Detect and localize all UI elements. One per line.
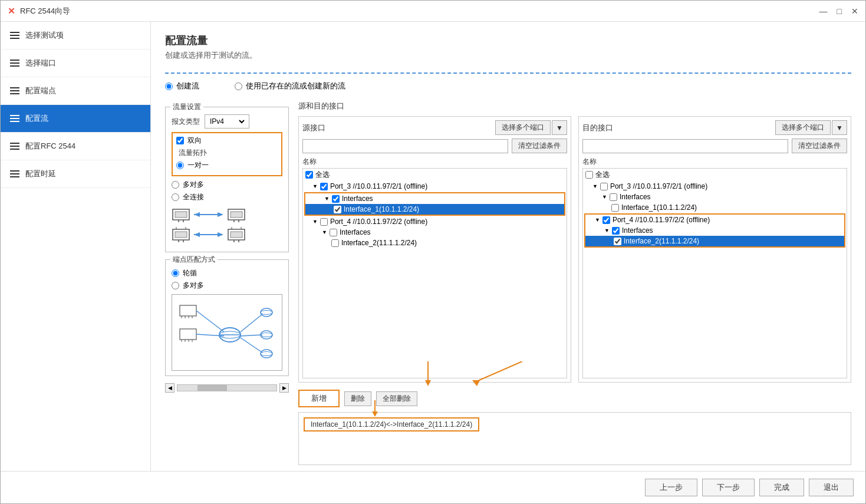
radio-round-robin[interactable]: 轮循 [172, 268, 282, 278]
radio-round-robin-input[interactable] [172, 269, 179, 277]
mode-radio-row: 创建流 使用已存在的流或创建新的流 [165, 81, 851, 91]
close-button[interactable]: ✕ [851, 6, 858, 16]
source-select-multi-btn[interactable]: 选择多个端口 [495, 120, 551, 135]
radio-use-existing[interactable]: 使用已存在的流或创建新的流 [235, 81, 345, 91]
dest-interfaces2-triangle: ▼ [604, 228, 610, 233]
delete-btn[interactable]: 删除 [344, 391, 371, 406]
source-port4-label: Port_4 //10.0.11.97/2/2 (offline) [330, 218, 427, 226]
source-port4-checkbox[interactable] [320, 218, 328, 226]
dest-filter-input[interactable] [582, 139, 788, 153]
radio-many-to-many-topology[interactable]: 多对多 [172, 180, 282, 190]
source-interfaces2[interactable]: ▼ Interfaces [303, 227, 567, 238]
source-interfaces2-checkbox[interactable] [330, 229, 337, 236]
radio-create-flow-input[interactable] [165, 83, 173, 90]
window-title: RFC 2544向导 [20, 6, 70, 17]
dest-interfaces1-checkbox[interactable] [610, 193, 617, 201]
dest-clear-filter-btn[interactable]: 清空过滤条件 [792, 139, 847, 153]
next-btn[interactable]: 下一步 [702, 479, 755, 496]
dest-interfaces1-triangle: ▼ [602, 194, 607, 200]
device-icon-4 [227, 227, 246, 242]
radio-create-flow[interactable]: 创建流 [165, 81, 199, 91]
svg-rect-21 [231, 232, 242, 238]
dest-select-multi-dropdown[interactable]: ▼ [832, 120, 847, 135]
dest-interfaces2-label: Interfaces [622, 226, 653, 235]
source-interfaces-checkbox[interactable] [332, 195, 340, 203]
radio-one-to-one-input[interactable] [176, 162, 184, 169]
source-tree-area[interactable]: 全选 ▼ Port_3 //10.0.11.97/2/1 (offline) [302, 168, 567, 378]
source-filter-input[interactable] [302, 139, 508, 153]
source-interface2-checkbox[interactable] [331, 239, 339, 247]
sidebar-label-5: 配置RFC 2544 [25, 141, 75, 151]
source-select-all-checkbox[interactable] [305, 171, 313, 179]
svg-line-41 [241, 314, 262, 332]
diagram-area [172, 207, 282, 247]
radio-full-mesh-input[interactable] [172, 193, 179, 201]
dest-select-multi-btn[interactable]: 选择多个端口 [775, 120, 831, 135]
dest-port4[interactable]: ▼ Port_4 //10.0.11.97/2/2 (offline) [585, 215, 844, 225]
dest-interface2[interactable]: Interface_2(11.1.1.2/24) [585, 236, 844, 246]
dest-interfaces1-label: Interfaces [620, 193, 651, 201]
source-port3-checkbox[interactable] [320, 183, 328, 190]
source-btn-group: 选择多个端口 ▼ [495, 120, 567, 135]
exit-btn[interactable]: 退出 [809, 479, 854, 496]
dest-tree-area[interactable]: 全选 ▼ Port_3 //10.0.11.97/2/1 (offline) ▼ [582, 168, 847, 378]
dest-port4-checkbox[interactable] [602, 216, 610, 224]
radio-one-to-one[interactable]: 一对一 [176, 160, 278, 170]
dest-select-all-checkbox[interactable] [585, 171, 593, 179]
add-btn[interactable]: 新增 [298, 390, 340, 407]
radio-many-to-many2-input[interactable] [172, 282, 179, 289]
radio-full-mesh[interactable]: 全连接 [172, 192, 282, 202]
radio-use-existing-input[interactable] [235, 83, 242, 90]
dest-panel: 目的接口 选择多个端口 ▼ 清空过滤条件 名称 [578, 116, 851, 383]
scroll-track[interactable] [177, 384, 277, 391]
source-clear-filter-btn[interactable]: 清空过滤条件 [512, 139, 567, 153]
packet-type-select-wrapper[interactable]: IPv4 IPv6 Ethernet [205, 114, 249, 129]
source-select-multi-dropdown[interactable]: ▼ [552, 120, 567, 135]
source-interfaces[interactable]: ▼ Interfaces [305, 193, 564, 204]
minimize-button[interactable]: — [819, 6, 828, 16]
source-interfaces-label: Interfaces [342, 195, 373, 203]
scroll-left-btn[interactable]: ◀ [165, 383, 174, 393]
source-interface1-checkbox[interactable] [334, 206, 341, 213]
sidebar-item-select-port[interactable]: 选择端口 [1, 50, 150, 77]
source-port4[interactable]: ▼ Port_4 //10.0.11.97/2/2 (offline) [303, 216, 567, 227]
dest-port3-checkbox[interactable] [600, 183, 608, 190]
dest-interface2-checkbox[interactable] [614, 238, 621, 245]
sidebar-item-config-rfc[interactable]: 配置RFC 2544 [1, 133, 150, 160]
maximize-button[interactable]: □ [837, 6, 842, 16]
sidebar-label-4: 配置流 [25, 113, 48, 124]
radio-many-to-many-input[interactable] [172, 181, 179, 189]
sidebar-item-config-endpoint[interactable]: 配置端点 [1, 77, 150, 105]
dest-port3[interactable]: ▼ Port_3 //10.0.11.97/2/1 (offline) [583, 181, 847, 192]
page-header: 配置流量 创建或选择用于测试的流。 [165, 34, 851, 61]
dest-interfaces2[interactable]: ▼ Interfaces [585, 225, 844, 236]
source-select-all[interactable]: 全选 [303, 169, 567, 181]
flow-topology-label: 流量拓扑 [179, 148, 278, 158]
packet-type-row: 报文类型 IPv4 IPv6 Ethernet [172, 114, 282, 129]
back-btn[interactable]: 上一步 [645, 479, 697, 496]
source-interface1[interactable]: Interface_1(10.1.1.2/24) [305, 204, 564, 215]
packet-type-select[interactable]: IPv4 IPv6 Ethernet [208, 117, 246, 126]
checkbox-bidirectional-input[interactable] [176, 137, 184, 144]
dest-interfaces1[interactable]: ▼ Interfaces [583, 192, 847, 202]
checkbox-bidirectional[interactable]: 双向 [176, 136, 278, 146]
sidebar-item-select-test[interactable]: 选择测试项 [1, 22, 150, 50]
dest-interface1[interactable]: Interface_1(10.1.1.2/24) [583, 202, 847, 213]
radio-many-to-many2[interactable]: 多对多 [172, 281, 282, 291]
dest-select-all[interactable]: 全选 [583, 169, 847, 181]
sidebar-item-config-delay[interactable]: 配置时延 [1, 160, 150, 188]
source-port4-triangle: ▼ [312, 219, 318, 225]
dest-interfaces2-checkbox[interactable] [612, 227, 620, 235]
source-interface2-label: Interface_2(11.1.1.2/24) [341, 239, 417, 247]
delete-all-btn[interactable]: 全部删除 [376, 391, 417, 406]
scroll-right-btn[interactable]: ▶ [279, 383, 289, 393]
dest-interface1-checkbox[interactable] [611, 204, 619, 212]
svg-line-43 [241, 338, 262, 353]
left-panel: 流量设置 报文类型 IPv4 IPv6 Ethernet [165, 101, 289, 471]
source-interface2[interactable]: Interface_2(11.1.1.2/24) [303, 238, 567, 248]
radio-many-to-many2-label: 多对多 [183, 281, 204, 291]
finish-btn[interactable]: 完成 [759, 479, 804, 496]
sidebar-item-config-flow[interactable]: 配置流 [1, 105, 150, 133]
device-icon-1 [172, 207, 190, 222]
source-port3[interactable]: ▼ Port_3 //10.0.11.97/2/1 (offline) [303, 181, 567, 192]
